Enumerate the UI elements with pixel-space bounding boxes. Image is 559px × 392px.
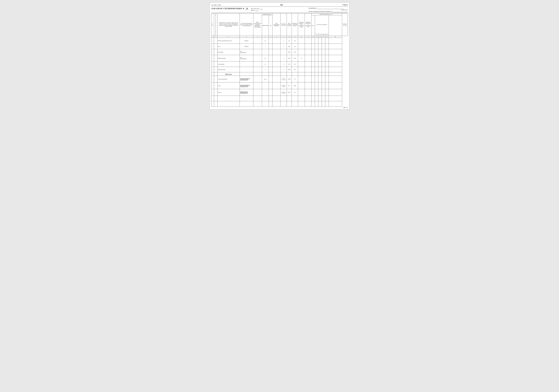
col-header-unit: Единица измерения bbox=[262, 13, 272, 15]
spec-title: ЗАКАЗНАЯ СПЕЦИФИКАЦИЯ bbox=[211, 8, 242, 10]
col-header-pos: №а позиции по тех. нологической схеме; м… bbox=[214, 13, 217, 36]
col-header-quarters: в том числе по кварталам bbox=[315, 15, 329, 34]
col-header-price: Цена единицы, тыс. руб. bbox=[287, 13, 292, 36]
col-header-q1: I bbox=[315, 34, 318, 36]
sheets-value: 3 bbox=[260, 8, 263, 9]
col-header-grin: Г.ринятая потребность на 19___ г. bbox=[311, 13, 342, 15]
spec-number: 29 bbox=[245, 8, 249, 10]
col-header-vsego: всего bbox=[311, 15, 315, 36]
object-label: ОБЪЕКТ (ПРОИЗВОДСТВЕННАЯ МОЩНОСТЬ) bbox=[308, 11, 333, 12]
header-row-1: № п. п. №а позиции по тех. нологической … bbox=[211, 13, 348, 15]
col-header-num: № п. п. bbox=[211, 13, 214, 36]
table-row: 3 Полоса 8х80 ГОСТ103-76Ст.3 ГОСТ 535-79… bbox=[211, 89, 348, 96]
col-header-need: Потребность по проекту bbox=[280, 13, 287, 36]
col-header-unit-code: код bbox=[269, 15, 272, 36]
doc-number-right: 7798/10 bbox=[342, 4, 348, 6]
col-header-manuf: Завод-изготовитель (для импортного обору… bbox=[253, 13, 262, 36]
top-header: Т.п 704-1-150с 64 7798/10 bbox=[211, 4, 348, 7]
table-row: 1 Уголок равнобокий 56х56х4 ГОСТ8509-72x… bbox=[211, 76, 348, 82]
sheet-label: ЛИСТ № bbox=[251, 10, 255, 11]
col-numbers-row: 1 2 3 4 5 6 7 8 9 10 11 12 13 14 15 16 1… bbox=[211, 36, 348, 38]
col-header-desc: Наименование и техническая характеристик… bbox=[217, 13, 240, 36]
table-row: 3 Фитинг проходной через дно КПД 40 шт 2… bbox=[211, 38, 348, 44]
company-label: ПРЕДПРИЯТИЕ bbox=[308, 8, 317, 9]
footer-text: ЦИТ: 232 bbox=[343, 107, 348, 108]
col-header-unit-name: наименование bbox=[262, 15, 269, 36]
col-header-need2: Потребность на пусковой комплекс bbox=[292, 13, 298, 36]
title-section: ЗАКАЗНАЯ СПЕЦИФИКАЦИЯ № 29 ВСЕГО ЛИСТОВ … bbox=[211, 7, 348, 13]
col-header-cost: Стоимость, тыс. руб. bbox=[342, 13, 348, 36]
col-header-zayvl: Заявленная потребность на планируемый го… bbox=[305, 13, 311, 36]
num-label: № bbox=[243, 8, 244, 10]
sheet-value: 2 bbox=[256, 10, 259, 11]
col-header-q4: IV bbox=[325, 34, 329, 36]
main-table: № п. п. №а позиции по тех. нологической … bbox=[211, 13, 348, 107]
table-row: 2 То же 20х20х3 ГОСТ8509-72*Ст.3 ГОСТ 53… bbox=[211, 82, 348, 89]
table-row: 7 Скоба разные – кг 8 0,19 0,57 bbox=[211, 62, 348, 67]
table-row bbox=[211, 96, 348, 101]
company-name-label: (наименование) bbox=[341, 9, 348, 10]
col-header-kod: Код оборудования, материалов bbox=[272, 13, 280, 36]
table-row: 6 Муфта короткая 0-40ГОСТ 8966-76 шт. 2 … bbox=[211, 55, 348, 62]
section-header-metal: М е т а л л bbox=[217, 72, 240, 76]
table-row: 5 Контргайка 0-40ГОСТ 8968-75 » 7 0,051 … bbox=[211, 49, 348, 55]
doc-code: Т.п 704-1-150с bbox=[211, 4, 221, 6]
page: Т.п 704-1-150с 64 7798/10 ЗАКАЗНАЯ СПЕЦИ… bbox=[210, 2, 349, 109]
col-header-complex: Ожидаемо наличие в т-ре на планируемого … bbox=[298, 13, 305, 36]
sheets-label: ВСЕГО ЛИСТОВ bbox=[251, 8, 259, 9]
footer: ЦИТ: 232 bbox=[211, 107, 348, 108]
table-row: 9 Крепеж разный – » 2 0,284 0,57 bbox=[211, 67, 348, 72]
table-row bbox=[211, 101, 348, 107]
col-header-type: Тип и марка оборудования; каталог, № чер… bbox=[240, 13, 253, 36]
section-header-row: М е т а л л bbox=[211, 72, 348, 76]
table-row: 4 То же КПД 20 » 2 0,95 1,9 bbox=[211, 44, 348, 49]
page-number: 64 bbox=[280, 4, 283, 6]
col-header-q3: III bbox=[322, 34, 325, 36]
col-header-q2: II bbox=[318, 34, 322, 36]
